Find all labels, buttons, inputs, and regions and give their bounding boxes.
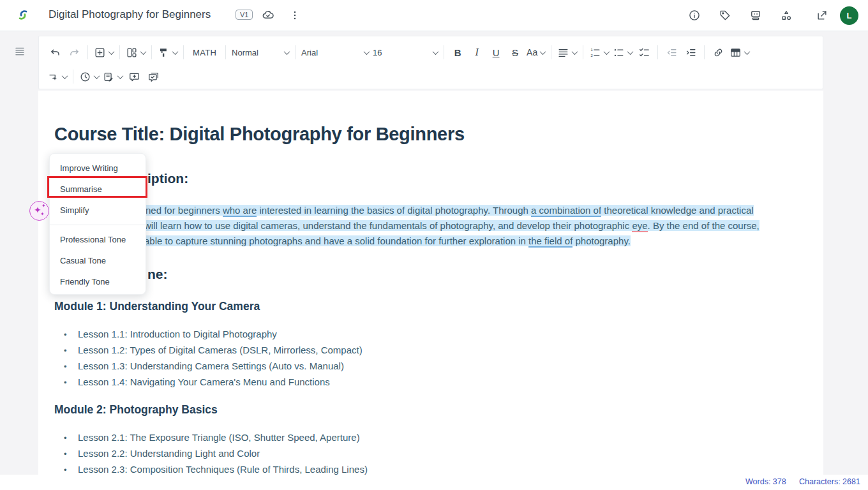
text-case-label: Aa <box>527 47 537 57</box>
more-options-icon[interactable] <box>287 8 303 23</box>
document-page[interactable]: Course Title: Digital Photography for Be… <box>38 91 823 475</box>
list-item: •Lesson 1.4: Navigating Your Camera's Me… <box>64 375 363 390</box>
list-item: •Lesson 2.1: The Exposure Triangle (ISO,… <box>64 430 368 446</box>
text-segment: interested in learning the basics of dig… <box>257 205 531 216</box>
numbered-list-icon[interactable]: 12 <box>587 43 611 62</box>
text-segment: theoretical knowledge and practical <box>601 205 753 216</box>
redo-icon[interactable] <box>64 43 84 62</box>
doc-paragraph-line-1: ned for beginners who are interested in … <box>146 203 754 218</box>
suggestion-underline-blue[interactable]: the field of <box>528 235 572 248</box>
outdent-icon[interactable] <box>662 43 681 62</box>
ai-menu-item-simplify[interactable]: Simplify <box>50 200 146 221</box>
text-segment: photography. <box>572 235 631 246</box>
italic-button[interactable]: I <box>467 43 486 62</box>
strikethrough-button[interactable]: S <box>505 43 525 62</box>
list-item: •Lesson 1.1: Introduction to Digital Pho… <box>64 327 363 343</box>
text-case-dropdown[interactable]: Aa <box>525 43 547 62</box>
align-icon[interactable] <box>555 43 579 62</box>
list-item: •Lesson 2.3: Composition Techniques (Rul… <box>64 462 368 475</box>
characters-value: 2681 <box>842 477 860 486</box>
suggestion-underline-blue[interactable]: who are <box>223 205 257 217</box>
select-area-icon[interactable] <box>45 67 69 86</box>
checklist-icon[interactable] <box>634 43 654 62</box>
lesson-text: Lesson 1.4: Navigating Your Camera's Men… <box>78 375 330 390</box>
outline-list-icon[interactable] <box>14 45 27 58</box>
zoho-learn-logo[interactable] <box>15 7 31 22</box>
ai-menu-item-casual-tone[interactable]: Casual Tone <box>50 250 146 271</box>
doc-course-title: Course Title: Digital Photography for Be… <box>54 124 465 145</box>
indent-icon[interactable] <box>681 43 700 62</box>
suggestion-underline-red[interactable]: eye <box>632 220 647 232</box>
bullet-icon: • <box>64 375 78 390</box>
math-button[interactable]: MATH <box>188 43 221 62</box>
module-2-lessons: •Lesson 2.1: The Exposure Triangle (ISO,… <box>64 430 368 475</box>
font-family-value: Arial <box>301 48 318 57</box>
font-size-dropdown[interactable]: 16 <box>371 43 440 62</box>
list-item: •Lesson 1.2: Types of Digital Cameras (D… <box>64 343 363 359</box>
suggestion-underline-blue[interactable]: a combination of <box>531 205 601 217</box>
words-value: 378 <box>773 477 786 486</box>
link-icon[interactable] <box>708 43 728 62</box>
list-item: •Lesson 2.2: Understanding Light and Col… <box>64 446 368 462</box>
bullet-icon: • <box>64 431 78 446</box>
doc-description-heading-fragment: iption: <box>147 171 188 186</box>
doc-module-2-heading: Module 2: Photography Basics <box>54 403 218 417</box>
word-count: Words: 378 <box>745 477 786 486</box>
svg-text:2: 2 <box>591 54 593 57</box>
bullet-icon: • <box>64 463 78 475</box>
ai-sparkle-button[interactable]: ✦ ✦ ✦ <box>29 201 49 221</box>
history-icon[interactable] <box>77 67 101 86</box>
lesson-text: Lesson 2.1: The Exposure Triangle (ISO, … <box>78 430 360 445</box>
editor-toolbar: MATH Normal Arial 16 B I U S Aa 12 <box>38 36 823 89</box>
toolbar-row-review <box>45 66 163 87</box>
paragraph-style-value: Normal <box>232 48 258 57</box>
doc-module-1-heading: Module 1: Understanding Your Camera <box>54 300 260 313</box>
lesson-text: Lesson 1.1: Introduction to Digital Phot… <box>78 327 277 342</box>
text-segment: . By the end of the course, <box>648 220 760 231</box>
tag-icon[interactable] <box>717 8 733 23</box>
cloud-sync-icon[interactable] <box>260 8 276 23</box>
lesson-text: Lesson 1.3: Understanding Camera Setting… <box>78 359 344 374</box>
text-segment: ned for beginners <box>146 205 223 216</box>
profile-card-icon[interactable] <box>748 8 763 23</box>
bullet-icon: • <box>64 343 78 359</box>
underline-button[interactable]: U <box>486 43 505 62</box>
lesson-text: Lesson 2.2: Understanding Light and Colo… <box>78 446 260 461</box>
resolved-comments-icon[interactable] <box>144 67 163 86</box>
paragraph-style-dropdown[interactable]: Normal <box>230 43 291 62</box>
undo-icon[interactable] <box>45 43 64 62</box>
sparkle-icon: ✦ <box>41 203 46 209</box>
ai-menu-item-professional-tone[interactable]: Professional Tone <box>50 229 146 250</box>
user-avatar[interactable]: L <box>840 6 858 25</box>
character-count: Characters: 2681 <box>799 477 860 486</box>
document-title[interactable]: Digital Photography for Beginners <box>49 8 211 21</box>
bullet-icon: • <box>64 359 78 375</box>
doc-outline-heading-fragment: ne: <box>147 267 168 282</box>
format-paint-icon[interactable] <box>156 43 179 62</box>
svg-text:1: 1 <box>591 48 593 52</box>
ai-writing-menu: Improve Writing Summarise Simplify Profe… <box>49 153 146 295</box>
list-item: •Lesson 1.3: Understanding Camera Settin… <box>64 359 363 375</box>
toolbar-row-formatting: MATH Normal Arial 16 B I U S Aa 12 <box>45 41 818 63</box>
layout-columns-icon[interactable] <box>124 43 147 62</box>
insert-icon[interactable] <box>92 43 116 62</box>
bold-button[interactable]: B <box>448 43 467 62</box>
version-badge[interactable]: V1 <box>236 10 253 20</box>
bullet-icon: • <box>64 447 78 462</box>
add-comment-icon[interactable] <box>124 67 144 86</box>
font-size-value: 16 <box>373 48 382 57</box>
menu-divider <box>50 225 146 225</box>
status-bar: Words: 378 Characters: 2681 <box>0 475 868 490</box>
ai-menu-item-friendly-tone[interactable]: Friendly Tone <box>50 271 146 292</box>
share-icon[interactable] <box>814 8 830 23</box>
lesson-text: Lesson 1.2: Types of Digital Cameras (DS… <box>78 343 363 358</box>
lesson-text: Lesson 2.3: Composition Techniques (Rule… <box>78 462 368 475</box>
sitemap-icon[interactable] <box>779 8 794 23</box>
table-icon[interactable] <box>728 43 751 62</box>
bullet-list-icon[interactable] <box>611 43 634 62</box>
words-label: Words: <box>745 477 770 486</box>
font-family-dropdown[interactable]: Arial <box>299 43 371 62</box>
bullet-icon: • <box>64 327 78 343</box>
info-icon[interactable] <box>687 8 702 23</box>
note-edit-icon[interactable] <box>101 67 124 86</box>
